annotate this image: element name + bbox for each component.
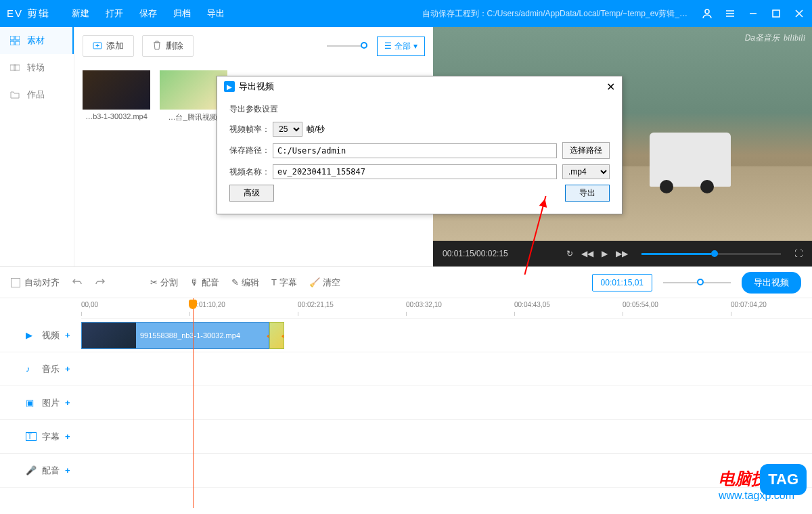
app-logo: EV 剪辑: [7, 7, 50, 20]
add-track-icon[interactable]: +: [65, 330, 70, 340]
track-label: ▶ 视频 +: [0, 329, 81, 342]
sidebar-label: 素材: [27, 34, 45, 47]
clip-thumbnail: [82, 323, 136, 348]
menu-new[interactable]: 新建: [72, 7, 89, 20]
user-icon[interactable]: [701, 7, 713, 20]
titlebar: EV 剪辑 新建 打开 保存 归档 导出 自动保存工程到：C:/Users/ad…: [0, 0, 812, 27]
track-video: ▶ 视频 + 991558388_nb3-1-30032.mp4: [0, 319, 812, 352]
svg-rect-7: [14, 65, 20, 70]
track-voiceover: 🎤配音+: [0, 454, 812, 488]
zoom-slider[interactable]: [663, 282, 731, 283]
grid-icon: [9, 35, 20, 46]
sidebar-item-works[interactable]: 作品: [0, 81, 74, 108]
subtitle-button[interactable]: T 字幕: [271, 277, 297, 289]
clip-handle-right[interactable]: [281, 333, 284, 340]
timeline-toolbar: 自动对齐 ✂ 分割 🎙 配音 ✎ 编辑 T 字幕 🧹 清空 00:01:15,0…: [0, 267, 812, 298]
menu-open[interactable]: 打开: [106, 7, 123, 20]
auto-align-checkbox[interactable]: 自动对齐: [11, 277, 60, 289]
play-icon[interactable]: ▶: [602, 249, 608, 258]
name-input[interactable]: [273, 164, 557, 179]
add-button[interactable]: 添加: [83, 35, 134, 57]
autosave-path: 自动保存工程到：C:/Users/admin/AppData/Local/Tem…: [422, 8, 687, 20]
add-track-icon[interactable]: +: [65, 398, 70, 408]
thumbnail-image: [83, 70, 150, 110]
track-music: ♪音乐+: [0, 352, 812, 386]
menu-save[interactable]: 保存: [139, 7, 157, 20]
image-icon: ▣: [26, 398, 37, 408]
svg-rect-2: [10, 36, 14, 40]
minimize-button[interactable]: [747, 7, 759, 20]
thumb-size-slider[interactable]: [327, 45, 367, 47]
playhead[interactable]: [193, 298, 194, 508]
export-confirm-button[interactable]: 导出: [565, 185, 610, 202]
export-dialog: ▶ 导出视频 ✕ 导出参数设置 视频帧率： 25 帧/秒 保存路径： 选择路径 …: [217, 76, 623, 214]
timeline: 00,00 00:01:10,20 00:02:21,15 00:03:32,1…: [0, 298, 812, 508]
svg-rect-3: [16, 36, 20, 40]
add-track-icon[interactable]: +: [65, 431, 70, 442]
fps-select[interactable]: 25: [273, 122, 302, 137]
video-clip[interactable]: [269, 322, 284, 349]
timecode-display: 00:01:15,01: [592, 274, 652, 291]
menu-export[interactable]: 导出: [207, 7, 225, 20]
filter-dropdown[interactable]: ☰ 全部 ▾: [377, 37, 425, 56]
edit-button[interactable]: ✎ 编辑: [231, 277, 259, 289]
close-icon[interactable]: ✕: [606, 80, 615, 93]
menu-icon[interactable]: [724, 7, 736, 20]
voiceover-button[interactable]: 🎙 配音: [190, 277, 219, 289]
preview-controls: 00:01:15/00:02:15 ↻ ◀◀ ▶ ▶▶ ⛶: [433, 241, 812, 266]
mic-icon: 🎤: [26, 465, 37, 475]
maximize-button[interactable]: [770, 7, 782, 20]
fps-unit: 帧/秒: [307, 124, 325, 135]
undo-button[interactable]: [72, 277, 83, 288]
next-icon[interactable]: ▶▶: [616, 249, 628, 258]
svg-rect-6: [10, 65, 16, 70]
advanced-button[interactable]: 高级: [229, 185, 274, 202]
chevron-down-icon: ▾: [413, 41, 418, 51]
music-icon: ♪: [26, 364, 37, 374]
dialog-titlebar[interactable]: ▶ 导出视频 ✕: [217, 76, 622, 97]
svg-rect-4: [10, 41, 14, 45]
clear-button[interactable]: 🧹 清空: [309, 277, 340, 289]
path-input[interactable]: [273, 143, 557, 158]
menu-archive[interactable]: 归档: [173, 7, 191, 20]
clip-name: 991558388_nb3-1-30032.mp4: [136, 331, 240, 340]
video-clip[interactable]: 991558388_nb3-1-30032.mp4: [81, 322, 269, 349]
text-icon: T: [271, 277, 277, 287]
svg-point-0: [705, 9, 709, 14]
folder-icon: [9, 89, 20, 100]
track-image: ▣图片+: [0, 386, 812, 420]
pencil-icon: ✎: [231, 277, 239, 287]
sidebar-label: 转场: [27, 62, 45, 74]
broom-icon: 🧹: [309, 277, 320, 287]
close-button[interactable]: [793, 7, 805, 20]
media-item[interactable]: …b3-1-30032.mp4: [83, 70, 150, 122]
add-track-icon[interactable]: +: [65, 364, 70, 374]
fullscreen-icon[interactable]: ⛶: [794, 249, 803, 258]
progress-bar[interactable]: [641, 253, 781, 255]
dialog-title-text: 导出视频: [239, 80, 274, 93]
media-toolbar: 添加 删除 ☰ 全部 ▾: [83, 35, 425, 57]
video-icon: ▶: [26, 330, 37, 340]
play-icon: ▶: [224, 81, 235, 92]
prev-icon[interactable]: ◀◀: [581, 249, 593, 258]
path-label: 保存路径：: [229, 145, 273, 156]
media-filename: …b3-1-30032.mp4: [83, 112, 150, 120]
section-label: 导出参数设置: [229, 103, 610, 115]
split-button[interactable]: ✂ 分割: [150, 277, 178, 289]
text-icon: T: [26, 432, 37, 441]
svg-rect-1: [773, 10, 780, 17]
add-track-icon[interactable]: +: [65, 465, 70, 475]
loop-icon[interactable]: ↻: [566, 249, 573, 258]
svg-rect-5: [16, 41, 20, 45]
ext-select[interactable]: .mp4: [562, 164, 610, 179]
sidebar-label: 作品: [27, 89, 45, 101]
trash-icon: [152, 41, 162, 52]
video-watermark: Da圣音乐 bilibili: [745, 32, 805, 44]
time-display: 00:01:15/00:02:15: [443, 249, 508, 258]
sidebar-item-transition[interactable]: 转场: [0, 54, 74, 81]
export-video-button[interactable]: 导出视频: [742, 272, 801, 294]
redo-button[interactable]: [95, 277, 106, 288]
delete-button[interactable]: 删除: [142, 35, 194, 57]
sidebar-item-media[interactable]: 素材: [0, 27, 74, 54]
browse-button[interactable]: 选择路径: [562, 142, 610, 159]
